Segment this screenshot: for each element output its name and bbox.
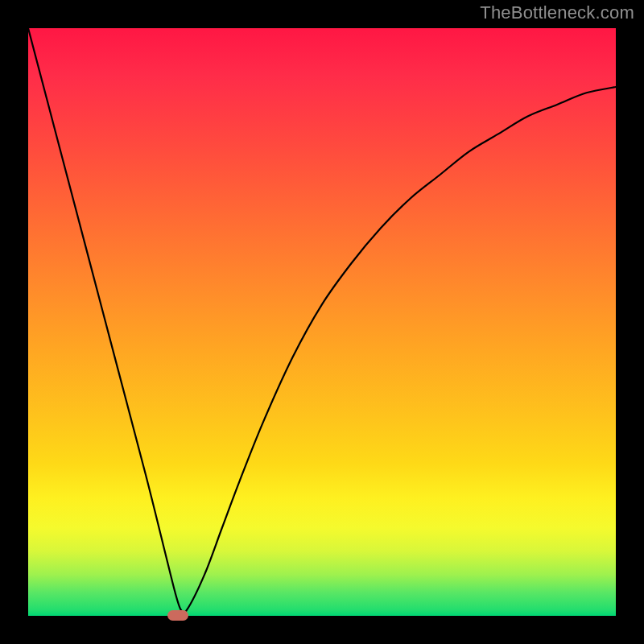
bottleneck-curve-path xyxy=(28,28,616,613)
watermark-text: TheBottleneck.com xyxy=(480,2,634,23)
optimal-marker xyxy=(167,610,188,621)
chart-frame: TheBottleneck.com xyxy=(0,0,644,644)
curve-svg xyxy=(28,28,616,616)
plot-area xyxy=(28,28,616,616)
